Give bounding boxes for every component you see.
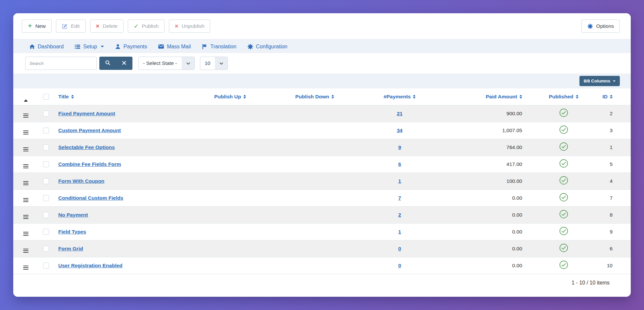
state-select[interactable]: - Select State - bbox=[138, 57, 195, 70]
drag-handle-icon[interactable] bbox=[23, 164, 28, 168]
drag-handle-icon[interactable] bbox=[23, 249, 28, 253]
row-title-link[interactable]: Conditional Custom Fields bbox=[58, 195, 123, 201]
published-icon[interactable] bbox=[559, 125, 568, 135]
row-title-link[interactable]: Selectable Fee Options bbox=[58, 144, 115, 150]
row-checkbox[interactable] bbox=[43, 263, 49, 269]
row-checkbox[interactable] bbox=[43, 195, 49, 201]
header-title[interactable]: Title bbox=[54, 88, 188, 105]
search-button-group bbox=[99, 57, 132, 70]
drag-handle-icon[interactable] bbox=[23, 130, 28, 134]
row-payments-link[interactable]: 2 bbox=[398, 212, 401, 218]
row-title-link[interactable]: Combine Fee Fields Form bbox=[58, 161, 121, 167]
publish-down-cell bbox=[272, 156, 357, 173]
row-checkbox[interactable] bbox=[43, 128, 49, 133]
row-checkbox[interactable] bbox=[43, 144, 49, 150]
nav-label: Mass Mail bbox=[167, 44, 191, 50]
publish-up-cell bbox=[188, 156, 272, 173]
nav-item-setup[interactable]: Setup bbox=[74, 44, 104, 50]
row-payments-link[interactable]: 6 bbox=[398, 161, 401, 167]
nav-label: Translation bbox=[210, 44, 236, 50]
nav-item-payments[interactable]: Payments bbox=[115, 44, 147, 50]
header-published[interactable]: Published bbox=[538, 88, 589, 105]
new-button[interactable]: + New bbox=[22, 20, 52, 33]
nav-item-configuration[interactable]: Configuration bbox=[247, 44, 287, 50]
nav-item-mass-mail[interactable]: Mass Mail bbox=[158, 43, 191, 50]
published-icon[interactable] bbox=[559, 193, 568, 203]
search-input[interactable] bbox=[25, 57, 97, 70]
select-all-checkbox[interactable] bbox=[43, 94, 49, 100]
published-icon[interactable] bbox=[559, 210, 568, 220]
gear-icon bbox=[587, 24, 593, 29]
drag-handle-icon[interactable] bbox=[23, 266, 28, 270]
edit-button[interactable]: Edit bbox=[56, 20, 86, 33]
row-checkbox[interactable] bbox=[43, 212, 49, 218]
publish-button[interactable]: ✓ Publish bbox=[128, 20, 165, 33]
published-icon[interactable] bbox=[559, 243, 568, 254]
drag-handle-icon[interactable] bbox=[23, 147, 28, 151]
publish-up-cell bbox=[188, 105, 272, 122]
published-icon[interactable] bbox=[559, 227, 568, 237]
row-checkbox[interactable] bbox=[43, 111, 49, 117]
row-checkbox[interactable] bbox=[43, 178, 49, 184]
header-publish-up[interactable]: Publish Up bbox=[188, 88, 272, 105]
close-icon bbox=[122, 61, 126, 66]
list-limit-select[interactable]: 10 bbox=[200, 57, 228, 70]
clear-search-button[interactable] bbox=[116, 57, 132, 70]
admin-nav: Dashboard Setup Payments Mass Mail Trans… bbox=[13, 39, 631, 53]
table-row: Fixed Payment Amount 21 900.00 2 bbox=[13, 105, 631, 122]
options-button[interactable]: Options bbox=[581, 20, 620, 33]
unpublish-button-label: Unpublish bbox=[182, 23, 205, 29]
published-icon[interactable] bbox=[559, 159, 568, 169]
row-title-link[interactable]: No Payment bbox=[58, 212, 88, 218]
search-button[interactable] bbox=[99, 57, 116, 70]
published-icon[interactable] bbox=[559, 260, 568, 271]
row-checkbox[interactable] bbox=[43, 246, 49, 252]
table-row: Conditional Custom Fields 7 0.00 7 bbox=[13, 189, 631, 206]
row-payments-link[interactable]: 0 bbox=[398, 246, 401, 251]
row-id: 3 bbox=[589, 122, 631, 139]
edit-icon bbox=[62, 24, 68, 29]
row-checkbox[interactable] bbox=[43, 229, 49, 235]
delete-button[interactable]: × Delete bbox=[90, 20, 124, 33]
sort-icon bbox=[331, 95, 334, 99]
row-title-link[interactable]: Form With Coupon bbox=[58, 178, 104, 184]
row-id: 4 bbox=[589, 173, 631, 189]
row-payments-link[interactable]: 1 bbox=[398, 229, 401, 234]
ordering-sort-header[interactable] bbox=[13, 88, 38, 105]
row-id: 7 bbox=[589, 189, 631, 206]
table-row: No Payment 2 0.00 8 bbox=[13, 206, 631, 223]
published-icon[interactable] bbox=[559, 142, 568, 152]
row-payments-link[interactable]: 0 bbox=[398, 263, 401, 268]
row-payments-link[interactable]: 9 bbox=[398, 144, 401, 150]
nav-item-dashboard[interactable]: Dashboard bbox=[29, 44, 64, 50]
row-payments-link[interactable]: 34 bbox=[397, 128, 402, 133]
header-publish-down[interactable]: Publish Down bbox=[272, 88, 357, 105]
row-checkbox[interactable] bbox=[43, 161, 49, 167]
nav-item-translation[interactable]: Translation bbox=[202, 44, 236, 50]
row-title-link[interactable]: User Registration Enabled bbox=[58, 263, 123, 268]
header-paid-amount[interactable]: Paid Amount bbox=[442, 88, 538, 105]
published-icon[interactable] bbox=[559, 176, 568, 186]
row-title-link[interactable]: Form Grid bbox=[58, 246, 83, 251]
header-id[interactable]: ID bbox=[589, 88, 631, 105]
select-all-checkbox-cell bbox=[38, 88, 54, 105]
row-payments-link[interactable]: 7 bbox=[398, 195, 401, 201]
row-title-link[interactable]: Custom Payment Amount bbox=[58, 128, 121, 133]
search-icon bbox=[105, 60, 111, 67]
header-payments[interactable]: #Payments bbox=[357, 88, 442, 105]
chevron-down-icon bbox=[182, 57, 194, 70]
unpublish-button[interactable]: × Unpublish bbox=[169, 20, 210, 33]
row-payments-link[interactable]: 1 bbox=[398, 178, 401, 184]
list-icon bbox=[74, 44, 80, 50]
publish-down-cell bbox=[272, 240, 357, 257]
row-title-link[interactable]: Fixed Payment Amount bbox=[58, 111, 115, 116]
row-payments-link[interactable]: 21 bbox=[397, 111, 402, 116]
columns-toggle-button[interactable]: 8/8 Columns bbox=[579, 76, 620, 86]
row-title-link[interactable]: Field Types bbox=[58, 229, 86, 234]
published-icon[interactable] bbox=[559, 108, 568, 119]
drag-handle-icon[interactable] bbox=[23, 215, 28, 219]
drag-handle-icon[interactable] bbox=[23, 114, 28, 118]
drag-handle-icon[interactable] bbox=[23, 181, 28, 185]
drag-handle-icon[interactable] bbox=[23, 198, 28, 202]
drag-handle-icon[interactable] bbox=[23, 232, 28, 236]
